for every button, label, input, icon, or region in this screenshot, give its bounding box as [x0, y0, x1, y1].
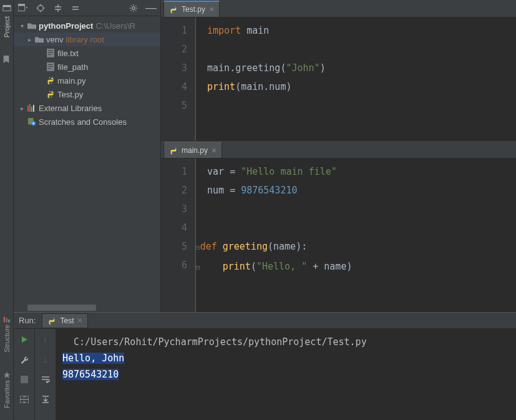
venv-name: venv [46, 35, 63, 44]
rerun-icon[interactable] [17, 333, 31, 346]
tree-file-py[interactable]: Test.py [14, 87, 160, 101]
console-line: Hello, John [62, 353, 124, 364]
tab-main-py[interactable]: main.py × [163, 142, 222, 158]
svg-rect-15 [48, 52, 53, 53]
svg-rect-4 [8, 320, 9, 323]
root-name: pythonProject [39, 21, 93, 31]
tree-venv[interactable]: ▸ venv library root [14, 32, 160, 46]
svg-point-21 [49, 77, 50, 78]
tree-scratches[interactable]: Scratches and Consoles [14, 115, 160, 129]
chevron-right-icon: ▸ [25, 36, 34, 43]
svg-point-24 [51, 97, 52, 97]
svg-rect-14 [48, 51, 53, 51]
gear-icon[interactable] [128, 2, 139, 14]
svg-point-12 [132, 6, 135, 9]
horizontal-scrollbar[interactable] [27, 305, 96, 311]
locate-icon[interactable] [35, 2, 46, 14]
text-file-icon [45, 49, 56, 57]
tree-file[interactable]: file_path [14, 60, 160, 74]
svg-point-22 [51, 83, 52, 84]
code-content-bottom[interactable]: var = "Hello main file" num = 9876543210… [195, 159, 516, 312]
run-tab[interactable]: Test × [42, 313, 87, 328]
chevron-right-icon: ▸ [17, 105, 26, 112]
wrench-icon[interactable] [17, 353, 31, 366]
stop-icon[interactable] [17, 373, 31, 386]
tree-file-py[interactable]: main.py [14, 74, 160, 87]
editor-top: Test.py × 1 2 3 4 5 import main main.gre… [161, 0, 516, 141]
tab-test-py[interactable]: Test.py × [163, 1, 220, 17]
run-console[interactable]: C:/Users/Rohit/PycharmProjects/pythonPro… [56, 329, 516, 420]
python-file-icon [45, 76, 56, 85]
folder-icon [34, 36, 45, 43]
svg-rect-18 [48, 64, 53, 65]
project-icon [2, 4, 11, 12]
structure-tool-tab[interactable]: Structure [3, 316, 11, 353]
close-icon[interactable]: × [209, 4, 214, 14]
hide-panel-icon[interactable]: — [145, 2, 157, 14]
project-tool-label: Project [3, 16, 11, 37]
up-arrow-icon[interactable]: ↑ [39, 333, 52, 346]
structure-tool-label: Structure [3, 325, 11, 353]
favorites-tool-tab[interactable]: Favorites [3, 371, 11, 408]
python-file-icon [47, 316, 56, 325]
close-icon[interactable]: × [212, 145, 217, 155]
code-content-top[interactable]: import main main.greeting("John") print(… [195, 17, 516, 141]
layout-icon[interactable] [17, 393, 31, 406]
svg-point-7 [38, 5, 44, 11]
down-arrow-icon[interactable]: ↓ [39, 353, 52, 366]
favorites-tool-label: Favorites [3, 380, 11, 408]
svg-rect-26 [29, 104, 31, 112]
code-editor-bottom[interactable]: 1 2 3 4 5 6 var = "Hello main file" num … [161, 159, 516, 312]
editor-bottom: main.py × 1 2 3 4 5 6 var = "Hello main … [161, 141, 516, 313]
python-file-icon [169, 5, 178, 14]
run-side-nav: ↑ ↓ [35, 329, 56, 420]
collapse-all-icon[interactable] [70, 2, 81, 14]
svg-rect-6 [18, 4, 25, 6]
svg-rect-28 [33, 105, 34, 112]
gutter-bottom: 1 2 3 4 5 6 [161, 159, 195, 312]
folder-icon [26, 22, 37, 29]
libraries-icon [26, 104, 37, 112]
python-file-icon [169, 146, 178, 155]
scratches-icon [26, 117, 37, 126]
close-icon[interactable]: × [77, 316, 82, 325]
star-icon [3, 371, 11, 379]
code-editor-top[interactable]: 1 2 3 4 5 import main main.greeting("Joh… [161, 17, 516, 141]
run-label: Run: [19, 316, 36, 325]
bookmark-stripe-icon[interactable] [2, 55, 12, 65]
root-path: C:\Users\R [95, 21, 135, 31]
svg-rect-3 [6, 318, 7, 323]
tree-file[interactable]: file.txt [14, 46, 160, 60]
chevron-down-icon: ▾ [17, 22, 26, 29]
svg-rect-25 [27, 105, 29, 112]
svg-rect-1 [2, 6, 10, 7]
console-path: C:/Users/Rohit/PycharmProjects/pythonPro… [62, 334, 510, 350]
editor-area: Test.py × 1 2 3 4 5 import main main.gre… [161, 0, 516, 312]
svg-rect-20 [48, 68, 51, 69]
project-tool-tab[interactable]: Project [2, 4, 11, 37]
scroll-to-end-icon[interactable] [39, 393, 52, 406]
svg-rect-16 [48, 54, 51, 55]
venv-hint: library root [66, 35, 104, 44]
project-tree: ▾ pythonProject C:\Users\R ▸ venv librar… [14, 16, 160, 131]
run-side-actions [14, 329, 35, 420]
svg-point-23 [49, 91, 50, 92]
gutter-top: 1 2 3 4 5 [161, 17, 195, 141]
svg-rect-2 [3, 317, 4, 323]
text-file-icon [45, 62, 56, 71]
svg-rect-19 [48, 66, 53, 67]
expand-all-icon[interactable] [52, 2, 64, 14]
project-panel: — ▾ pythonProject C:\Users\R ▸ venv libr… [14, 0, 161, 312]
soft-wrap-icon[interactable] [39, 373, 52, 386]
svg-rect-27 [31, 107, 32, 112]
tab-bar-top: Test.py × [161, 0, 516, 17]
python-file-icon [45, 90, 56, 99]
project-view-dropdown[interactable] [17, 2, 29, 14]
tree-root[interactable]: ▾ pythonProject C:\Users\R [14, 19, 160, 32]
console-line: 9876543210 [62, 369, 119, 380]
run-header: Run: Test × [14, 313, 516, 329]
structure-icon [3, 316, 11, 323]
svg-rect-31 [21, 376, 28, 383]
project-toolbar: — [14, 0, 160, 16]
tree-external-libs[interactable]: ▸ External Libraries [14, 101, 160, 115]
